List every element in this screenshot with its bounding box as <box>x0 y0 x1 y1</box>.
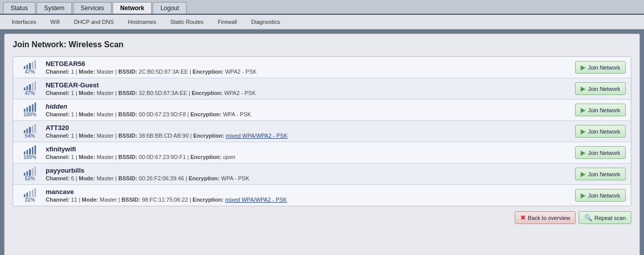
repeat-scan-label: Repeat scan <box>594 215 626 221</box>
sub-nav-item-firewall[interactable]: Firewall <box>211 17 243 27</box>
top-nav-tab-logout[interactable]: Logout <box>153 2 187 14</box>
network-details: Channel: 6 | Mode: Master | BSSID: 00:26… <box>46 175 575 181</box>
join-icon: ▶ <box>581 170 586 178</box>
network-info: ATT320Channel: 1 | Mode: Master | BSSID:… <box>46 124 575 139</box>
signal-icon <box>24 188 36 197</box>
join-icon: ▶ <box>581 128 586 135</box>
page-title: Join Network: Wireless Scan <box>13 40 631 49</box>
join-label: Join Network <box>588 65 620 71</box>
join-icon: ▶ <box>581 149 586 156</box>
signal-icon <box>24 124 36 133</box>
main-content: Join Network: Wireless Scan 47%NETGEAR56… <box>4 34 640 255</box>
back-overview-button[interactable]: ✖ Back to overview <box>515 211 576 224</box>
top-nav-tab-network[interactable]: Network <box>113 2 152 14</box>
network-details: Channel: 1 | Mode: Master | BSSID: 2C:B0… <box>46 69 575 75</box>
join-network-button[interactable]: ▶Join Network <box>575 104 626 116</box>
join-label: Join Network <box>588 193 620 199</box>
network-name: hidden <box>46 103 575 110</box>
join-network-button[interactable]: ▶Join Network <box>575 146 626 159</box>
sub-nav: InterfacesWifiDHCP and DNSHostnamesStati… <box>0 15 644 29</box>
signal-area: 52% <box>18 167 42 181</box>
network-details: Channel: 1 | Mode: Master | BSSID: 38:6B… <box>46 133 575 139</box>
repeat-scan-button[interactable]: 🔍 Repeat scan <box>579 211 631 224</box>
signal-percent: 54% <box>25 133 35 139</box>
signal-percent: 31% <box>25 197 35 203</box>
join-network-button[interactable]: ▶Join Network <box>575 125 626 138</box>
network-info: hiddenChannel: 1 | Mode: Master | BSSID:… <box>46 103 575 117</box>
top-nav-tab-status[interactable]: Status <box>3 2 35 14</box>
network-item: 52%payyourbillsChannel: 6 | Mode: Master… <box>13 164 631 185</box>
sub-nav-item-wifi[interactable]: Wifi <box>44 17 66 27</box>
signal-area: 47% <box>18 60 42 75</box>
signal-icon <box>24 103 36 112</box>
footer-actions: ✖ Back to overview 🔍 Repeat scan <box>13 211 631 224</box>
network-item: 100%xfinitywifiChannel: 1 | Mode: Master… <box>13 142 631 164</box>
signal-percent: 100% <box>23 112 37 117</box>
network-item: 47%NETGEAR56Channel: 1 | Mode: Master | … <box>13 57 631 78</box>
network-item: 47%NETGEAR-GuestChannel: 1 | Mode: Maste… <box>13 78 631 100</box>
top-nav: StatusSystemServicesNetworkLogout <box>0 0 644 15</box>
network-info: NETGEAR56Channel: 1 | Mode: Master | BSS… <box>46 60 575 75</box>
network-name: ATT320 <box>46 124 575 132</box>
sub-nav-item-static-routes[interactable]: Static Routes <box>164 17 210 27</box>
network-name: xfinitywifi <box>46 145 575 153</box>
network-name: NETGEAR-Guest <box>46 81 575 89</box>
sub-nav-item-interfaces[interactable]: Interfaces <box>5 17 43 27</box>
join-label: Join Network <box>588 171 620 177</box>
join-icon: ▶ <box>581 192 586 199</box>
sub-nav-item-hostnames[interactable]: Hostnames <box>121 17 163 27</box>
top-nav-tab-services[interactable]: Services <box>73 2 112 14</box>
network-name: NETGEAR56 <box>46 60 575 68</box>
network-name: mancave <box>46 188 575 196</box>
join-icon: ▶ <box>581 106 586 114</box>
signal-icon <box>24 60 36 69</box>
network-details: Channel: 1 | Mode: Master | BSSID: 00:0D… <box>46 154 575 160</box>
scan-icon: 🔍 <box>584 214 592 221</box>
back-icon: ✖ <box>520 214 526 221</box>
signal-percent: 52% <box>25 176 35 181</box>
signal-icon <box>24 167 36 176</box>
sub-nav-item-dhcp-and-dns[interactable]: DHCP and DNS <box>67 17 121 27</box>
join-label: Join Network <box>588 129 620 135</box>
signal-area: 54% <box>18 124 42 139</box>
sub-nav-item-diagnostics[interactable]: Diagnostics <box>244 17 287 27</box>
signal-area: 100% <box>18 103 42 117</box>
join-network-button[interactable]: ▶Join Network <box>575 189 626 202</box>
join-label: Join Network <box>588 86 620 92</box>
network-info: NETGEAR-GuestChannel: 1 | Mode: Master |… <box>46 81 575 96</box>
network-info: mancaveChannel: 11 | Mode: Master | BSSI… <box>46 188 575 203</box>
signal-icon <box>24 145 36 154</box>
top-nav-tab-system[interactable]: System <box>37 2 72 14</box>
signal-area: 47% <box>18 81 42 96</box>
network-item: 54%ATT320Channel: 1 | Mode: Master | BSS… <box>13 121 631 142</box>
network-name: payyourbills <box>46 167 575 174</box>
signal-percent: 47% <box>25 90 35 96</box>
signal-icon <box>24 81 36 90</box>
back-overview-label: Back to overview <box>528 215 570 221</box>
network-details: Channel: 1 | Mode: Master | BSSID: 00:0D… <box>46 111 575 117</box>
join-label: Join Network <box>588 150 620 156</box>
signal-area: 31% <box>18 188 42 203</box>
network-details: Channel: 11 | Mode: Master | BSSID: 98:F… <box>46 197 575 203</box>
join-icon: ▶ <box>581 63 586 71</box>
network-item: 31%mancaveChannel: 11 | Mode: Master | B… <box>13 185 631 206</box>
network-info: xfinitywifiChannel: 1 | Mode: Master | B… <box>46 145 575 160</box>
join-icon: ▶ <box>581 85 586 92</box>
join-network-button[interactable]: ▶Join Network <box>575 168 626 180</box>
signal-percent: 47% <box>25 69 35 75</box>
network-list: 47%NETGEAR56Channel: 1 | Mode: Master | … <box>13 56 631 206</box>
signal-percent: 100% <box>23 154 37 160</box>
network-info: payyourbillsChannel: 6 | Mode: Master | … <box>46 167 575 181</box>
join-network-button[interactable]: ▶Join Network <box>575 61 626 74</box>
join-network-button[interactable]: ▶Join Network <box>575 82 626 95</box>
join-label: Join Network <box>588 107 620 113</box>
network-item: 100%hiddenChannel: 1 | Mode: Master | BS… <box>13 100 631 121</box>
signal-area: 100% <box>18 145 42 160</box>
network-details: Channel: 1 | Mode: Master | BSSID: 32:B0… <box>46 90 575 96</box>
